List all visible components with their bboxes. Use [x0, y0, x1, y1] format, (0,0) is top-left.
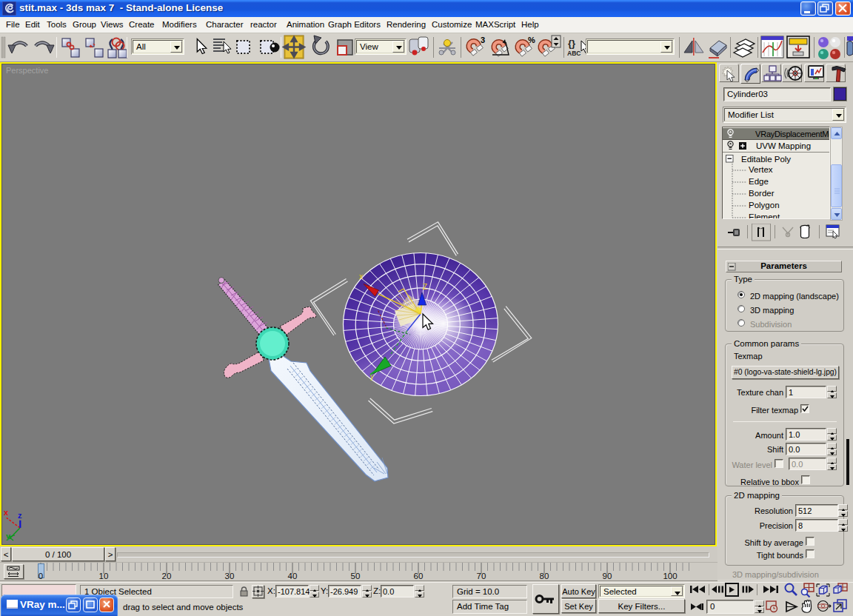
svg-text:Z: Z [423, 283, 427, 291]
svg-text:z: z [18, 511, 22, 520]
svg-text:x: x [4, 508, 9, 517]
svg-text:3: 3 [481, 36, 485, 44]
svg-text:{}: {} [568, 38, 575, 49]
svg-text:x: x [359, 272, 363, 281]
svg-text:y: y [6, 532, 11, 540]
svg-text:y: y [370, 372, 374, 381]
svg-text:%: % [528, 36, 535, 44]
svg-text:ABC: ABC [567, 50, 581, 57]
